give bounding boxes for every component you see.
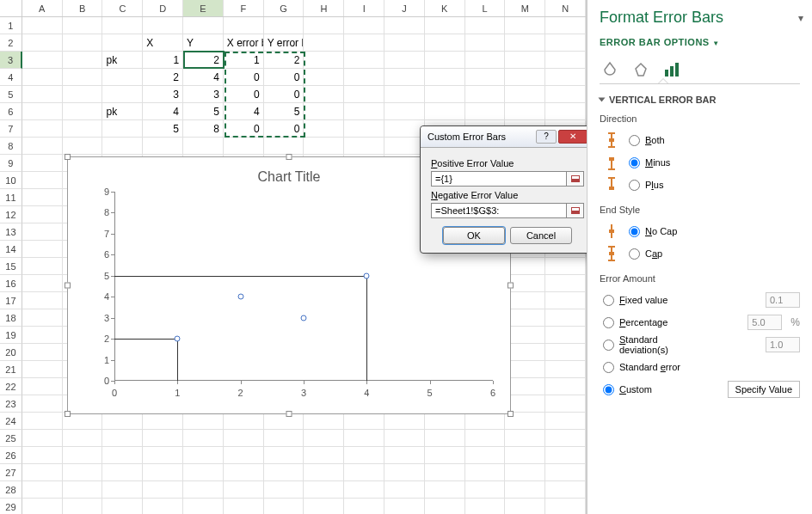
cell-N20[interactable]	[545, 344, 586, 361]
cell-N16[interactable]	[545, 275, 586, 292]
chart-resize-handle[interactable]	[65, 283, 71, 289]
cell-K1[interactable]	[425, 17, 465, 34]
cell-A15[interactable]	[22, 258, 63, 275]
cell-A27[interactable]	[22, 464, 63, 481]
cell-H27[interactable]	[304, 464, 344, 481]
negative-range-picker[interactable]	[567, 203, 584, 218]
cell-L3[interactable]	[465, 52, 506, 69]
cell-E25[interactable]	[183, 430, 224, 447]
cell-N5[interactable]	[545, 86, 586, 103]
cell-A18[interactable]	[22, 309, 63, 327]
cell-F27[interactable]	[224, 464, 264, 481]
cell-A20[interactable]	[22, 344, 63, 361]
cell-D4[interactable]: 2	[143, 69, 183, 86]
cell-A29[interactable]	[22, 499, 63, 514]
cell-D26[interactable]	[143, 447, 183, 464]
row-header-19[interactable]: 19	[0, 327, 22, 344]
row-header-22[interactable]: 22	[0, 378, 22, 395]
cell-G1[interactable]	[264, 17, 304, 34]
cell-M3[interactable]	[505, 52, 545, 69]
cell-E2[interactable]: Y	[183, 34, 224, 52]
cell-B5[interactable]	[63, 86, 103, 103]
cell-B8[interactable]	[63, 138, 103, 155]
cell-F1[interactable]	[224, 17, 264, 34]
cell-B1[interactable]	[63, 17, 103, 34]
cell-F5[interactable]: 0	[224, 86, 264, 103]
dialog-close-button[interactable]: ✕	[558, 130, 587, 144]
row-header-3[interactable]: 3	[0, 52, 22, 69]
cell-E4[interactable]: 4	[183, 69, 224, 86]
cell-L29[interactable]	[465, 499, 506, 514]
cell-J3[interactable]	[384, 52, 425, 69]
cell-A23[interactable]	[22, 395, 63, 413]
cell-J4[interactable]	[384, 69, 425, 86]
cell-A14[interactable]	[22, 241, 63, 258]
cell-I1[interactable]	[344, 17, 384, 34]
cell-G8[interactable]	[264, 138, 304, 155]
cell-E1[interactable]	[183, 17, 224, 34]
cell-G27[interactable]	[264, 464, 304, 481]
cell-A2[interactable]	[22, 34, 63, 52]
cell-F6[interactable]: 4	[224, 103, 264, 120]
cell-A24[interactable]	[22, 413, 63, 430]
cell-H7[interactable]	[304, 120, 344, 138]
cell-K2[interactable]	[425, 34, 465, 52]
cell-H2[interactable]	[304, 34, 344, 52]
row-header-28[interactable]: 28	[0, 481, 22, 499]
cell-D1[interactable]	[143, 17, 183, 34]
column-header-E[interactable]: E	[183, 0, 224, 16]
cell-K25[interactable]	[425, 430, 465, 447]
cell-H3[interactable]	[304, 52, 344, 69]
cell-G7[interactable]: 0	[264, 120, 304, 138]
cell-D6[interactable]: 4	[143, 103, 183, 120]
row-header-25[interactable]: 25	[0, 430, 22, 447]
chart-resize-handle[interactable]	[286, 154, 292, 160]
cell-J27[interactable]	[384, 464, 425, 481]
cell-M6[interactable]	[505, 103, 545, 120]
cell-M19[interactable]	[505, 327, 545, 344]
cell-G5[interactable]: 0	[264, 86, 304, 103]
cell-N2[interactable]	[545, 34, 586, 52]
cell-J25[interactable]	[384, 430, 425, 447]
stddev-input[interactable]	[766, 337, 800, 352]
cell-C3[interactable]: pk	[102, 52, 143, 69]
cell-A9[interactable]	[22, 155, 63, 172]
row-header-18[interactable]: 18	[0, 309, 22, 327]
positive-range-picker[interactable]	[567, 171, 584, 187]
select-all-corner[interactable]	[0, 0, 22, 16]
direction-both-radio[interactable]: BBothoth	[629, 135, 800, 146]
cell-M4[interactable]	[505, 69, 545, 86]
data-point[interactable]	[301, 315, 307, 321]
cell-G3[interactable]: 2	[264, 52, 304, 69]
cell-I6[interactable]	[344, 103, 384, 120]
cell-K3[interactable]	[425, 52, 465, 69]
row-header-14[interactable]: 14	[0, 241, 22, 258]
cell-M22[interactable]	[505, 378, 545, 395]
cell-L6[interactable]	[465, 103, 506, 120]
cell-A21[interactable]	[22, 361, 63, 378]
column-header-N[interactable]: N	[545, 0, 586, 16]
cell-B28[interactable]	[63, 481, 103, 499]
cell-E6[interactable]: 5	[183, 103, 224, 120]
cell-H25[interactable]	[304, 430, 344, 447]
amount-fixed-radio[interactable]: Fixed value	[603, 295, 757, 306]
cell-K24[interactable]	[425, 413, 465, 430]
cell-M5[interactable]	[505, 86, 545, 103]
vertical-error-bar-section[interactable]: VERTICAL ERROR BAR	[600, 95, 800, 105]
cell-L26[interactable]	[465, 447, 506, 464]
cell-N23[interactable]	[545, 395, 586, 413]
cell-I3[interactable]	[344, 52, 384, 69]
column-header-I[interactable]: I	[344, 0, 384, 16]
cell-J28[interactable]	[384, 481, 425, 499]
cell-E28[interactable]	[183, 481, 224, 499]
cell-J1[interactable]	[384, 17, 425, 34]
cell-K6[interactable]	[425, 103, 465, 120]
cell-C29[interactable]	[102, 499, 143, 514]
ok-button[interactable]: OK	[443, 227, 505, 244]
cell-F3[interactable]: 1	[224, 52, 264, 69]
cell-H24[interactable]	[304, 413, 344, 430]
cell-M25[interactable]	[505, 430, 545, 447]
cell-E5[interactable]: 3	[183, 86, 224, 103]
row-header-27[interactable]: 27	[0, 464, 22, 481]
cell-K28[interactable]	[425, 481, 465, 499]
